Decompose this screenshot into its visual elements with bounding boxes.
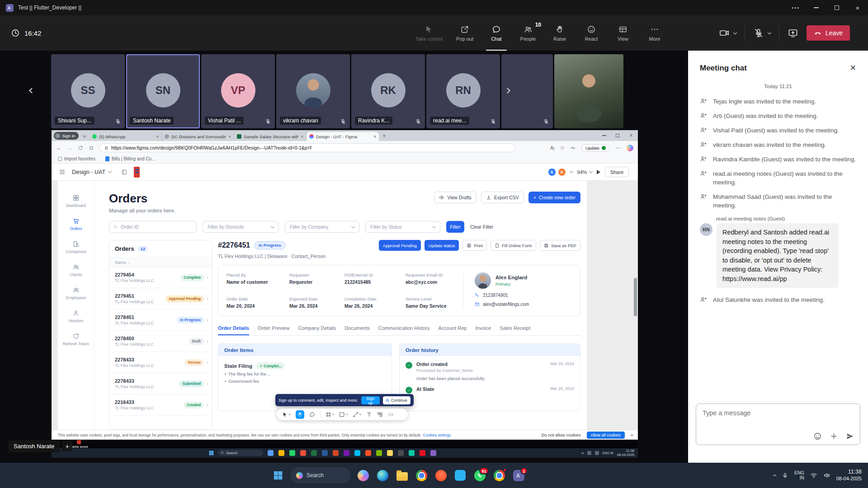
chat-input-box[interactable]: [696, 404, 860, 445]
sidebar-item-companies[interactable]: Companies: [59, 240, 93, 254]
forward-icon[interactable]: →: [64, 145, 75, 151]
save-as-pdf-button[interactable]: Save as PDF: [540, 240, 580, 251]
people-button[interactable]: People 10: [512, 15, 544, 51]
window-minimize-button[interactable]: [806, 0, 826, 15]
tab-communication-history[interactable]: Communication History: [378, 325, 430, 335]
collaborator-avatar[interactable]: A: [558, 169, 566, 176]
browser-tab-active[interactable]: Design - UAT - Figma×: [307, 132, 379, 141]
url-bar[interactable]: https://www.figma.com/design/9BKQ0FOHRWa…: [99, 143, 515, 152]
tray-expand-icon[interactable]: [773, 474, 776, 478]
comment-tool-icon[interactable]: [309, 412, 315, 418]
tab-account-rep[interactable]: Account Rep: [439, 325, 467, 335]
browser-signin-chip[interactable]: Sign in: [54, 132, 79, 140]
move-tool-icon[interactable]: [282, 412, 291, 418]
chrome-profile-icon[interactable]: [492, 469, 506, 482]
figma-menu-icon[interactable]: [59, 169, 66, 175]
clock-date[interactable]: 11:38 08-04-2025: [836, 469, 862, 482]
participant-tile[interactable]: RN read.ai mee...: [426, 54, 500, 128]
send-icon[interactable]: [846, 432, 854, 441]
sidebar-item-clients[interactable]: Clients: [59, 263, 93, 277]
cookie-close-icon[interactable]: ×: [631, 432, 633, 438]
tab-documents[interactable]: Documents: [344, 325, 370, 335]
approval-pending-button[interactable]: Approval Pending: [379, 240, 421, 251]
contact-phone[interactable]: 2123874901: [475, 293, 572, 298]
favorite-star-icon[interactable]: ☆: [560, 145, 565, 151]
filter-button[interactable]: Filter: [446, 221, 464, 233]
filmstrip-next-button[interactable]: [505, 88, 509, 94]
tab-close-icon[interactable]: ×: [156, 134, 159, 139]
continue-with-google-button[interactable]: G Continue: [383, 396, 410, 404]
refresh-icon[interactable]: [75, 145, 86, 150]
wifi-icon[interactable]: [810, 472, 817, 479]
bookmark-import-favorites[interactable]: Import favorites: [58, 156, 95, 161]
dev-mode-tool-icon[interactable]: [388, 412, 394, 418]
shape-tool-icon[interactable]: [339, 412, 348, 418]
tab-close-icon[interactable]: ×: [373, 134, 376, 139]
order-list-row[interactable]: 2216433TL Flex Holdings LLC Created›: [109, 394, 212, 416]
print-button[interactable]: Print: [462, 240, 487, 251]
home-icon[interactable]: [86, 145, 97, 150]
message-input[interactable]: [703, 409, 853, 417]
frame-tool-icon[interactable]: [326, 412, 334, 418]
read-aloud-icon[interactable]: A): [550, 145, 554, 150]
filter-status-dropdown[interactable]: Filter by Status: [365, 221, 440, 233]
react-button[interactable]: React: [576, 15, 607, 51]
tab-close-icon[interactable]: ×: [228, 134, 231, 139]
pen-tool-icon[interactable]: [353, 412, 361, 418]
sidebar-item-vendors[interactable]: Vendors: [59, 310, 93, 323]
edge-icon[interactable]: [376, 469, 389, 482]
order-list-row[interactable]: 2278433TL Flex Holdings LLC Submitted›: [109, 373, 212, 394]
back-icon[interactable]: ←: [53, 145, 64, 151]
filmstrip-prev-button[interactable]: [30, 88, 34, 94]
window-close-button[interactable]: ×: [847, 0, 868, 15]
chat-close-icon[interactable]: ✕: [850, 63, 856, 73]
browser-minimize-button[interactable]: [597, 130, 611, 141]
view-drafts-button[interactable]: View Drafts: [434, 192, 476, 203]
pin-presenter-button[interactable]: +: [62, 441, 72, 451]
browser-maximize-button[interactable]: [611, 130, 624, 141]
window-maximize-button[interactable]: [826, 0, 847, 15]
filter-domicile-dropdown[interactable]: Filter by Domicile: [203, 221, 279, 233]
teams-icon[interactable]: 1: [512, 469, 525, 482]
order-list-row[interactable]: 2278451TL Flex Holdings LLC In Progress›: [109, 310, 212, 331]
order-id-search-input[interactable]: [109, 221, 197, 233]
browser-tab[interactable]: DC Divisions and Surroundings×: [162, 132, 234, 141]
cookie-settings-link[interactable]: Cookies settings: [423, 433, 451, 437]
filter-company-dropdown[interactable]: Filter by Company: [285, 221, 359, 233]
participant-tile[interactable]: RK Ravindra K...: [351, 54, 425, 128]
tab-invoice[interactable]: Invoice: [475, 325, 491, 335]
fill-online-form-button[interactable]: Fill Online Form: [491, 240, 536, 251]
volume-icon[interactable]: [823, 472, 830, 479]
whatsapp-icon[interactable]: 81: [473, 469, 486, 482]
tab-close-icon[interactable]: ×: [301, 134, 303, 139]
browser-essentials-icon[interactable]: [570, 145, 576, 151]
participant-tile[interactable]: vikram chavan: [276, 54, 350, 128]
orders-list-column-header[interactable]: Name↓: [109, 257, 212, 267]
chat-button[interactable]: Chat: [481, 15, 512, 51]
start-button[interactable]: [271, 469, 285, 482]
contact-email[interactable]: alex@vstatefilings.com: [475, 302, 572, 307]
order-list-row[interactable]: 2278433TL Flex Holdings LLC Review›: [109, 352, 212, 373]
shared-taskbar-icons[interactable]: [268, 450, 436, 456]
tab-company-details[interactable]: Company Details: [298, 325, 336, 335]
window-more-icon[interactable]: [785, 0, 806, 15]
sidebar-item-employees[interactable]: Employees: [59, 286, 93, 300]
more-button[interactable]: More: [639, 15, 670, 51]
sidebar-item-orders[interactable]: Orders: [59, 217, 93, 231]
collaborator-avatar[interactable]: S: [548, 169, 556, 176]
attach-plus-icon[interactable]: [830, 432, 838, 441]
deny-cookies-button[interactable]: Do not allow cookies: [541, 432, 580, 437]
leave-button[interactable]: Leave: [807, 25, 850, 41]
camera-chevron-icon[interactable]: [733, 30, 737, 34]
participant-tile[interactable]: SS Shivani Sup...: [51, 54, 125, 128]
export-csv-button[interactable]: Export CSV: [481, 192, 524, 203]
participant-tile-active-speaker[interactable]: SN Santosh Narate: [126, 54, 200, 128]
clear-filter-button[interactable]: Clear Filter: [470, 224, 493, 230]
zoom-control[interactable]: 94%: [577, 169, 592, 175]
allow-cookies-button[interactable]: Allow all cookies: [587, 432, 625, 439]
copilot-icon[interactable]: [356, 469, 370, 482]
figma-file-title[interactable]: Design - UAT: [72, 169, 111, 175]
taskbar-search[interactable]: Search: [291, 468, 350, 483]
tab-search-chevron-icon[interactable]: [83, 134, 86, 137]
shared-search-box[interactable]: Search: [218, 450, 263, 456]
